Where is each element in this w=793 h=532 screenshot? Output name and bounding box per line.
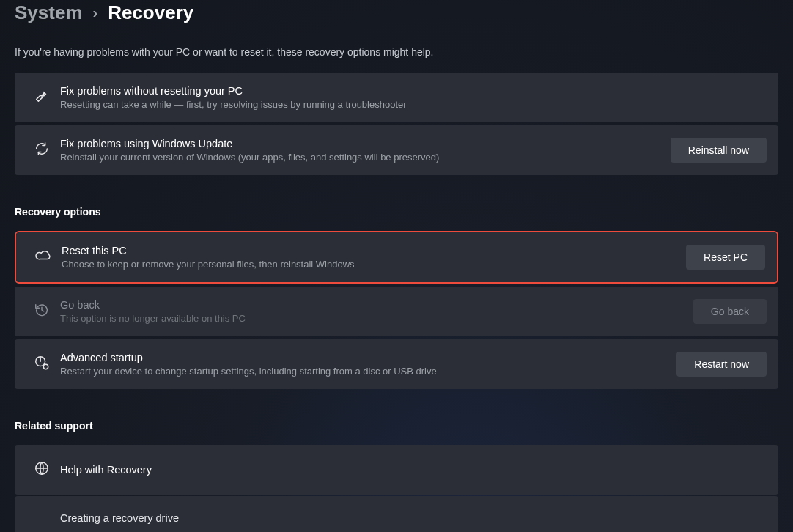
card-subtitle: Reinstall your current version of Window… bbox=[60, 152, 668, 163]
recovery-options-label: Recovery options bbox=[15, 206, 778, 218]
card-title: Reset this PC bbox=[62, 245, 683, 256]
creating-recovery-drive-link[interactable]: Creating a recovery drive bbox=[15, 496, 778, 532]
fix-problems-windows-update-card: Fix problems using Windows Update Reinst… bbox=[15, 125, 778, 175]
card-title: Fix problems without resetting your PC bbox=[60, 85, 748, 97]
sub-item-title: Creating a recovery drive bbox=[60, 512, 764, 524]
reset-cloud-icon bbox=[35, 248, 51, 267]
reset-pc-button[interactable]: Reset PC bbox=[686, 245, 765, 270]
chevron-up-icon bbox=[750, 462, 767, 478]
power-gear-icon bbox=[34, 355, 50, 374]
restart-now-button[interactable]: Restart now bbox=[676, 352, 767, 377]
go-back-card: Go back This option is no longer availab… bbox=[15, 287, 778, 336]
chevron-right-icon: › bbox=[93, 4, 98, 21]
help-with-recovery-card[interactable]: Help with Recovery bbox=[15, 445, 778, 495]
breadcrumb-parent[interactable]: System bbox=[15, 1, 83, 24]
card-subtitle: Restart your device to change startup se… bbox=[60, 366, 674, 377]
page-intro: If you're having problems with your PC o… bbox=[15, 46, 778, 58]
go-back-button: Go back bbox=[693, 299, 767, 324]
card-title: Advanced startup bbox=[60, 352, 674, 363]
svg-point-1 bbox=[43, 364, 48, 369]
related-support-label: Related support bbox=[15, 420, 778, 432]
reset-this-pc-card: Reset this PC Choose to keep or remove y… bbox=[16, 232, 777, 282]
globe-icon bbox=[34, 460, 50, 479]
breadcrumb: System › Recovery bbox=[15, 0, 778, 24]
wrench-icon bbox=[34, 88, 50, 107]
history-icon bbox=[34, 302, 50, 321]
reinstall-now-button[interactable]: Reinstall now bbox=[671, 138, 767, 163]
advanced-startup-card: Advanced startup Restart your device to … bbox=[15, 339, 778, 389]
sync-icon bbox=[34, 141, 50, 160]
chevron-right-icon bbox=[750, 89, 767, 106]
card-subtitle: Resetting can take a while — first, try … bbox=[60, 99, 748, 110]
reset-this-pc-highlight: Reset this PC Choose to keep or remove y… bbox=[15, 231, 778, 284]
fix-problems-troubleshooter-card[interactable]: Fix problems without resetting your PC R… bbox=[15, 73, 778, 122]
breadcrumb-current: Recovery bbox=[108, 1, 193, 24]
card-title: Fix problems using Windows Update bbox=[60, 138, 668, 149]
card-title: Help with Recovery bbox=[60, 464, 748, 476]
card-title: Go back bbox=[60, 299, 690, 311]
card-subtitle: Choose to keep or remove your personal f… bbox=[62, 259, 683, 270]
card-subtitle: This option is no longer available on th… bbox=[60, 313, 690, 324]
